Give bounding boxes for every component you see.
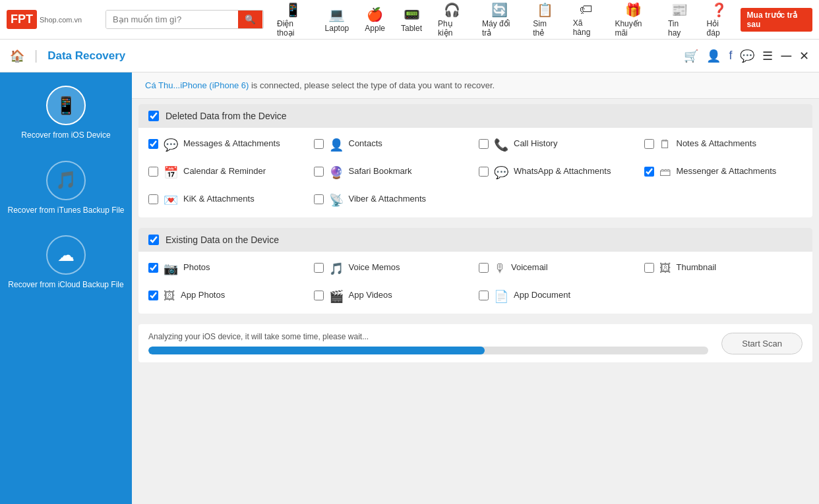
minimize-icon[interactable]: ─ — [781, 47, 791, 65]
list-item: 📷 Photos — [148, 262, 307, 276]
app-videos-icon: 🎬 — [329, 289, 344, 304]
call-history-checkbox[interactable] — [479, 139, 489, 149]
calendar-icon: 📅 — [164, 165, 178, 180]
app-title: Data Recovery — [47, 49, 125, 63]
app-videos-checkbox[interactable] — [314, 291, 324, 300]
nav-item-xahang[interactable]: 🏷 Xã hàng — [566, 2, 606, 37]
search-button[interactable]: 🔍 — [238, 11, 262, 28]
whatsapp-label: WhatsApp & Attachments — [514, 165, 611, 177]
progress-bar-container — [148, 347, 708, 354]
main-content: 📱 Recover from iOS Device 🎵 Recover from… — [0, 72, 819, 504]
voice-memos-checkbox[interactable] — [314, 263, 324, 273]
nav-item-tinhay[interactable]: 📰 Tin hay — [661, 2, 698, 38]
nav-item-tablet[interactable]: 📟 Tablet — [394, 7, 429, 33]
viber-checkbox[interactable] — [314, 194, 324, 204]
nav-item-maydoitra[interactable]: 🔄 Máy đổi trả — [475, 2, 524, 38]
contacts-icon: 👤 — [329, 138, 344, 152]
viber-icon: 📡 — [329, 193, 344, 208]
sidebar-item-itunes[interactable]: 🎵 Recover from iTunes Backup File — [8, 161, 125, 216]
list-item: 🖼 Thumbnail — [644, 262, 803, 276]
app-document-label: App Document — [514, 289, 570, 301]
nav-item-dienthoai[interactable]: 📱 Điện thoại — [270, 2, 316, 38]
call-history-label: Call History — [514, 138, 557, 150]
contacts-checkbox[interactable] — [314, 139, 324, 149]
logo[interactable]: FPT — [7, 10, 37, 29]
news-icon: 📰 — [671, 2, 688, 18]
home-button[interactable]: 🏠 — [10, 49, 24, 63]
list-item: 📡 Viber & Attachments — [314, 193, 473, 208]
kik-checkbox[interactable] — [148, 194, 158, 204]
thumbnail-label: Thumbnail — [677, 262, 717, 273]
app-document-checkbox[interactable] — [479, 291, 489, 300]
friends-button[interactable]: Mua trước trả sau — [741, 8, 812, 32]
nav-item-apple[interactable]: 🍎 Apple — [358, 7, 392, 33]
app-window: 🏠 | Data Recovery 🛒 👤 f 💬 ☰ ─ ✕ 📱 Recove… — [0, 40, 819, 504]
sidebar-item-icloud[interactable]: ☁ Recover from iCloud Backup File — [8, 235, 123, 291]
accessory-icon: 🎧 — [444, 2, 460, 18]
calendar-checkbox[interactable] — [148, 167, 158, 177]
start-scan-button[interactable]: Start Scan — [721, 333, 803, 354]
nav-item-simthe[interactable]: 📋 Sim thẻ — [526, 2, 563, 38]
deleted-section-label: Deleted Data from the Device — [166, 111, 287, 121]
whatsapp-checkbox[interactable] — [479, 167, 489, 177]
ios-device-icon: 📱 — [46, 86, 86, 125]
facebook-icon[interactable]: f — [729, 49, 732, 63]
existing-section-checkbox[interactable] — [148, 235, 159, 245]
deleted-section-checkbox[interactable] — [148, 111, 159, 121]
promo-icon: 🎁 — [625, 2, 642, 18]
phone-icon: 📱 — [285, 2, 301, 18]
list-item: 👤 Contacts — [314, 138, 473, 152]
voice-memos-icon: 🎵 — [329, 262, 344, 276]
sidebar-item-ios[interactable]: 📱 Recover from iOS Device — [21, 86, 110, 141]
close-icon[interactable]: ✕ — [799, 49, 809, 63]
messages-checkbox[interactable] — [148, 139, 158, 149]
photos-icon: 📷 — [164, 262, 178, 276]
safari-label: Safari Bookmark — [349, 165, 412, 177]
app-document-icon: 📄 — [494, 289, 508, 304]
faq-icon: ❓ — [711, 2, 727, 18]
laptop-icon: 💻 — [328, 7, 345, 22]
logo-area: FPT Shop.com.vn — [7, 10, 99, 29]
kik-label: KiK & Attachments — [183, 193, 255, 205]
sim-icon: 📋 — [537, 2, 553, 18]
user-icon[interactable]: 👤 — [706, 49, 721, 63]
existing-data-section: Existing Data on the Device 📷 Photos 🎵 V… — [138, 228, 812, 314]
list-item: 📅 Calendar & Reminder — [148, 165, 307, 180]
search-bar: 🔍 — [106, 10, 264, 29]
nav-label-phukien: Phụ kiện — [438, 19, 466, 38]
nav-item-khuyenmoi[interactable]: 🎁 Khuyến mãi — [608, 2, 659, 38]
messages-label: Messages & Attachments — [183, 138, 280, 150]
thumbnail-checkbox[interactable] — [644, 263, 654, 273]
nav-item-phukien[interactable]: 🎧 Phụ kiện — [431, 2, 473, 38]
viber-label: Viber & Attachments — [349, 193, 427, 205]
whatsapp-icon: 💬 — [494, 165, 508, 180]
progress-bar-fill — [148, 347, 485, 354]
messenger-label: Messenger & Attachments — [677, 165, 777, 177]
search-input[interactable] — [106, 11, 238, 28]
list-item: 💌 KiK & Attachments — [148, 193, 307, 208]
safari-checkbox[interactable] — [314, 167, 324, 177]
messenger-checkbox[interactable] — [644, 167, 654, 177]
nav-label-xahang: Xã hàng — [573, 18, 599, 37]
menu-icon[interactable]: ☰ — [762, 49, 773, 63]
device-link[interactable]: Cá Thu...iPhone (iPhone 6) — [145, 80, 249, 90]
nav-item-hoidap[interactable]: ❓ Hỏi đáp — [700, 2, 738, 38]
deleted-items-grid: 💬 Messages & Attachments 👤 Contacts 📞 Ca… — [138, 128, 812, 217]
voicemail-checkbox[interactable] — [479, 263, 489, 273]
notes-checkbox[interactable] — [644, 139, 654, 149]
sidebar-label-icloud: Recover from iCloud Backup File — [8, 280, 123, 291]
list-item: 📄 App Document — [479, 289, 638, 304]
list-item: 🎙 Voicemail — [479, 262, 638, 276]
messages-icon: 💬 — [164, 138, 178, 152]
cart-icon[interactable]: 🛒 — [684, 49, 698, 63]
nav-item-laptop[interactable]: 💻 Laptop — [318, 7, 356, 33]
photos-checkbox[interactable] — [148, 263, 158, 273]
chat-icon[interactable]: 💬 — [740, 49, 754, 63]
apple-icon: 🍎 — [367, 7, 383, 22]
contacts-label: Contacts — [349, 138, 382, 150]
sale-icon: 🏷 — [580, 2, 593, 17]
left-sidebar: 📱 Recover from iOS Device 🎵 Recover from… — [0, 72, 132, 504]
progress-scan-area: Analyzing your iOS device, it will take … — [138, 324, 812, 362]
nav-label-maydoitra: Máy đổi trả — [482, 19, 517, 38]
app-photos-checkbox[interactable] — [148, 291, 158, 300]
